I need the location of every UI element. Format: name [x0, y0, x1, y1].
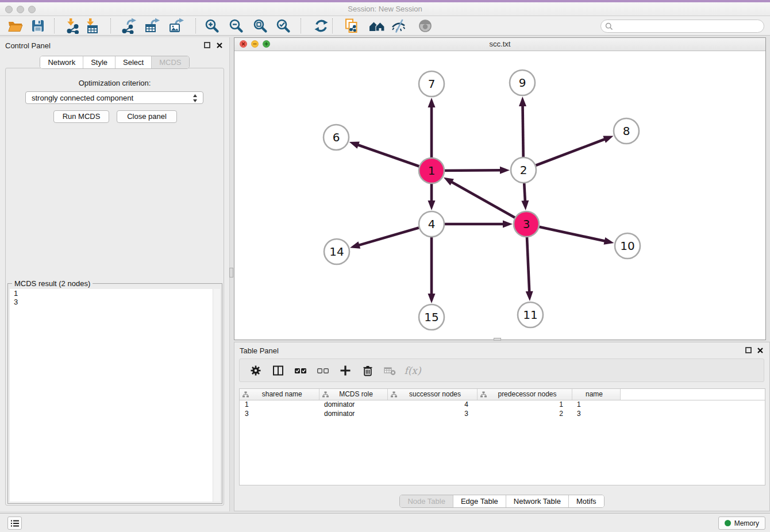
graph-node-2[interactable]: 2: [511, 157, 536, 183]
export-image-icon[interactable]: [168, 18, 184, 34]
column-header-predecessor-nodes[interactable]: predecessor nodes: [477, 389, 572, 400]
horizontal-splitter-handle[interactable]: [494, 338, 501, 341]
tab-mcds[interactable]: MCDS: [151, 56, 188, 68]
graph-node-9[interactable]: 9: [510, 70, 535, 95]
graph-edge-arrowhead: [500, 167, 510, 174]
column-header-mcds-role[interactable]: MCDS role: [319, 389, 387, 400]
window-controls: [5, 6, 36, 13]
hide-selected-eye-icon[interactable]: [391, 18, 407, 34]
graph-node-label: 7: [428, 77, 436, 91]
run-mcds-button[interactable]: Run MCDS: [53, 110, 109, 123]
table-cell[interactable]: 3: [240, 409, 319, 418]
new-network-from-selection-icon[interactable]: [343, 18, 359, 34]
export-table-icon[interactable]: [144, 18, 160, 34]
table-cell[interactable]: dominator: [319, 409, 387, 418]
graph-node-6[interactable]: 6: [324, 125, 349, 150]
mcds-result-textarea[interactable]: 13: [10, 289, 220, 502]
first-neighbors-icon[interactable]: [369, 18, 385, 34]
float-table-panel-icon[interactable]: [745, 346, 753, 354]
import-network-icon[interactable]: [64, 18, 80, 34]
memory-button[interactable]: Memory: [718, 516, 765, 530]
graph-node-15[interactable]: 15: [419, 304, 444, 330]
graph-edge-arrowhead: [604, 237, 614, 245]
graph-edge-arrowhead: [444, 178, 454, 186]
close-network-button[interactable]: [240, 40, 247, 48]
deselect-all-icon[interactable]: [317, 364, 329, 377]
network-canvas[interactable]: 7968124314101511: [234, 51, 765, 340]
add-column-icon[interactable]: [339, 364, 352, 377]
graph-node-3[interactable]: 3: [514, 211, 539, 237]
select-all-icon[interactable]: [294, 364, 307, 377]
graph-node-1[interactable]: 1: [419, 158, 444, 183]
selected-criterion-value: strongly connected component: [32, 94, 133, 102]
maximize-window-button[interactable]: [28, 6, 36, 13]
zoom-selected-icon[interactable]: [275, 18, 291, 34]
graph-node-label: 14: [329, 245, 344, 259]
table-tab-network-table[interactable]: Network Table: [506, 495, 568, 507]
column-header-successor-nodes[interactable]: successor nodes: [387, 389, 477, 400]
graph-node-label: 2: [520, 163, 528, 177]
result-scrollbar[interactable]: [213, 289, 220, 502]
table-toolbar: f(x): [239, 358, 764, 382]
list-icon: [10, 519, 20, 527]
table-tab-motifs[interactable]: Motifs: [568, 495, 604, 507]
network-window-controls: [240, 40, 270, 48]
zoom-out-icon[interactable]: [228, 18, 244, 34]
tab-style[interactable]: Style: [83, 56, 115, 68]
delete-table-icon[interactable]: [384, 364, 396, 377]
import-table-icon[interactable]: [84, 18, 100, 34]
float-panel-icon[interactable]: [203, 41, 211, 49]
graph-node-8[interactable]: 8: [614, 118, 639, 144]
main-toolbar: [0, 16, 770, 36]
tab-network[interactable]: Network: [40, 56, 83, 68]
toolbar-separator: [54, 18, 55, 33]
graph-node-11[interactable]: 11: [518, 302, 543, 327]
optimization-criterion-select[interactable]: strongly connected component: [25, 91, 203, 104]
maximize-network-button[interactable]: [263, 40, 270, 48]
gear-icon[interactable]: [249, 364, 262, 377]
toolbar-separator: [110, 18, 111, 33]
table-cell[interactable]: 3: [387, 409, 477, 418]
column-header-shared-name[interactable]: shared name: [240, 389, 319, 400]
graph-node-10[interactable]: 10: [615, 233, 640, 259]
save-session-icon[interactable]: [30, 18, 46, 34]
table-cell[interactable]: 1: [477, 400, 572, 409]
table-cell[interactable]: 1: [572, 400, 620, 409]
show-columns-icon[interactable]: [272, 364, 284, 377]
search-icon: [605, 22, 613, 30]
tab-select[interactable]: Select: [115, 56, 151, 68]
table-cell[interactable]: 3: [572, 409, 620, 418]
zoom-in-icon[interactable]: [204, 18, 220, 34]
minimize-network-button[interactable]: [251, 40, 259, 48]
graph-node-label: 8: [623, 124, 630, 138]
graph-edge-arrowhead: [521, 201, 529, 210]
graph-node-14[interactable]: 14: [324, 239, 349, 264]
task-history-button[interactable]: [7, 516, 22, 530]
function-builder-icon[interactable]: f(x): [406, 364, 419, 377]
close-window-button[interactable]: [5, 6, 13, 13]
open-session-icon[interactable]: [7, 18, 23, 34]
trash-icon[interactable]: [361, 364, 374, 377]
graph-node-7[interactable]: 7: [419, 71, 444, 97]
minimize-window-button[interactable]: [17, 6, 24, 13]
search-input[interactable]: [615, 21, 761, 32]
table-tab-node-table[interactable]: Node Table: [400, 495, 453, 507]
close-panel-icon[interactable]: [215, 41, 224, 49]
table-cell[interactable]: 4: [387, 400, 477, 409]
show-all-eye-icon[interactable]: [417, 18, 433, 34]
table-cell[interactable]: dominator: [319, 400, 387, 409]
close-table-panel-icon[interactable]: [756, 346, 764, 354]
table-row[interactable]: 3dominator323: [240, 409, 765, 418]
vertical-splitter-handle[interactable]: [229, 268, 233, 277]
toolbar-separator: [301, 18, 301, 33]
close-panel-button[interactable]: Close panel: [117, 110, 177, 123]
table-cell[interactable]: 2: [477, 409, 572, 418]
column-header-name[interactable]: name: [572, 389, 620, 400]
table-row[interactable]: 1dominator411: [240, 400, 765, 409]
table-cell[interactable]: 1: [240, 400, 319, 409]
table-tab-edge-table[interactable]: Edge Table: [453, 495, 506, 507]
graph-node-4[interactable]: 4: [419, 211, 444, 237]
zoom-fit-icon[interactable]: [252, 18, 268, 34]
refresh-view-icon[interactable]: [313, 18, 329, 34]
export-network-icon[interactable]: [121, 18, 137, 34]
